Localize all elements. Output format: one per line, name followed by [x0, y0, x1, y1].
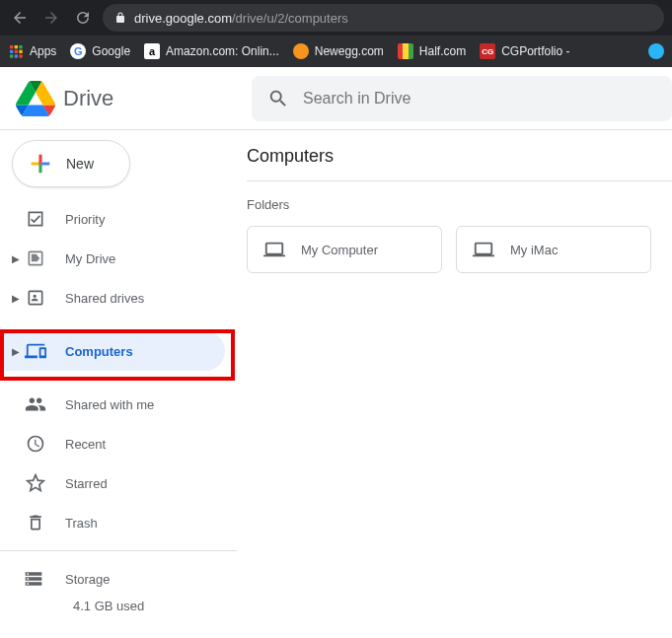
trash-icon — [24, 511, 47, 534]
bookmark-cgportfolio[interactable]: CG CGPortfolio - — [480, 43, 569, 59]
laptop-icon — [473, 239, 494, 260]
bookmark-newegg[interactable]: Newegg.com — [293, 43, 384, 59]
storage-icon — [24, 569, 47, 589]
bookmark-label: Google — [92, 44, 130, 58]
search-bar[interactable] — [252, 76, 672, 121]
svg-rect-3 — [10, 50, 13, 53]
google-icon: G — [70, 43, 86, 59]
sidebar-item-storage[interactable]: Storage — [0, 559, 237, 599]
folder-grid: My Computer My iMac — [247, 226, 672, 273]
sidebar-item-label: Starred — [65, 476, 108, 491]
page-title: Computers — [247, 146, 672, 181]
mydrive-icon — [24, 247, 47, 270]
chevron-right-icon[interactable]: ▶ — [12, 346, 24, 357]
url-text: drive.google.com/drive/u/2/computers — [134, 11, 348, 26]
svg-rect-4 — [15, 50, 18, 53]
chevron-right-icon[interactable]: ▶ — [12, 253, 24, 264]
svg-rect-7 — [15, 54, 18, 57]
shared-icon — [24, 392, 47, 416]
svg-rect-1 — [15, 45, 18, 48]
newegg-icon — [293, 43, 309, 59]
amazon-icon: a — [144, 43, 160, 59]
section-label: Folders — [247, 197, 672, 212]
extension-icon[interactable] — [648, 43, 664, 59]
svg-rect-6 — [10, 54, 13, 57]
storage-usage: 4.1 GB used — [0, 599, 237, 613]
app-title: Drive — [63, 86, 113, 111]
folder-card[interactable]: My iMac — [456, 226, 651, 273]
sidebar-item-label: Recent — [65, 437, 106, 452]
back-button[interactable] — [8, 6, 32, 30]
sidebar-item-priority[interactable]: ▶ Priority — [0, 199, 225, 239]
search-icon — [267, 88, 289, 109]
bookmark-label: CGPortfolio - — [501, 44, 569, 58]
priority-icon — [24, 207, 47, 231]
bookmark-label: Newegg.com — [315, 44, 384, 58]
bookmark-google[interactable]: G Google — [70, 43, 130, 59]
browser-toolbar: drive.google.com/drive/u/2/computers — [0, 0, 672, 35]
address-bar[interactable]: drive.google.com/drive/u/2/computers — [103, 4, 664, 32]
bookmark-amazon[interactable]: a Amazon.com: Onlin... — [144, 43, 279, 59]
reload-button[interactable] — [71, 6, 95, 30]
sidebar-item-label: Priority — [65, 212, 105, 227]
svg-rect-8 — [19, 54, 22, 57]
sidebar-item-recent[interactable]: ▶ Recent — [0, 424, 225, 463]
content-area: Computers Folders My Computer My iMac — [237, 130, 672, 638]
search-input[interactable] — [303, 90, 656, 107]
sidebar-item-trash[interactable]: ▶ Trash — [0, 503, 225, 542]
computers-icon — [24, 339, 47, 363]
shareddrives-icon — [24, 286, 47, 310]
bookmark-label: Amazon.com: Onlin... — [166, 44, 279, 58]
sidebar-item-label: My Drive — [65, 251, 115, 266]
clock-icon — [24, 432, 47, 456]
chevron-right-icon[interactable]: ▶ — [12, 293, 24, 304]
forward-button[interactable] — [39, 6, 63, 30]
folder-label: My iMac — [510, 243, 558, 257]
sidebar-item-label: Computers — [65, 344, 133, 359]
sidebar-item-computers[interactable]: ▶ Computers — [0, 331, 225, 371]
star-icon — [24, 471, 47, 495]
divider — [0, 550, 237, 551]
sidebar-item-label: Trash — [65, 516, 98, 531]
drive-header: Drive — [0, 67, 672, 130]
plus-icon — [27, 150, 54, 177]
bookmark-label: Half.com — [419, 44, 466, 58]
sidebar-item-label: Shared drives — [65, 291, 144, 306]
half-icon — [398, 43, 413, 59]
new-button-label: New — [66, 156, 94, 172]
svg-rect-5 — [19, 50, 22, 53]
folder-card[interactable]: My Computer — [247, 226, 442, 273]
cg-icon: CG — [480, 43, 495, 59]
sidebar: New ▶ Priority ▶ My Drive ▶ Shared drive… — [0, 130, 237, 638]
sidebar-item-label: Shared with me — [65, 397, 154, 412]
sidebar-item-shareddrives[interactable]: ▶ Shared drives — [0, 278, 225, 318]
storage-label: Storage — [65, 572, 111, 587]
svg-rect-0 — [10, 45, 13, 48]
sidebar-item-shared[interactable]: ▶ Shared with me — [0, 385, 225, 424]
lock-icon — [114, 12, 126, 24]
laptop-icon — [263, 239, 285, 260]
drive-logo-area[interactable]: Drive — [0, 79, 252, 118]
new-button[interactable]: New — [12, 140, 130, 187]
bookmark-apps[interactable]: Apps — [8, 43, 56, 59]
svg-rect-2 — [19, 45, 22, 48]
bookmark-half[interactable]: Half.com — [398, 43, 466, 59]
drive-logo-icon — [16, 79, 55, 118]
apps-icon — [8, 43, 24, 59]
sidebar-item-starred[interactable]: ▶ Starred — [0, 463, 225, 503]
sidebar-item-mydrive[interactable]: ▶ My Drive — [0, 239, 225, 278]
bookmarks-bar: Apps G Google a Amazon.com: Onlin... New… — [0, 35, 672, 67]
bookmark-label: Apps — [30, 44, 56, 58]
folder-label: My Computer — [301, 243, 378, 257]
